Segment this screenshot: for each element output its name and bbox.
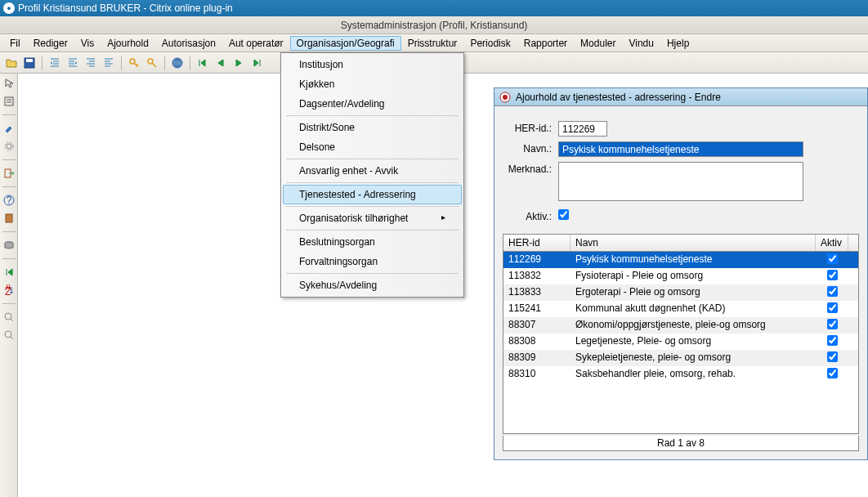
cell-navn: Sykepleietjeneste, pleie- og omsorg [570, 350, 816, 366]
cell-herid: 88307 [503, 317, 570, 334]
sub-titlebar: Ajourhold av tjenestested - adressering … [494, 88, 867, 106]
menu-periodisk[interactable]: Periodisk [463, 36, 517, 51]
db-icon[interactable] [2, 239, 16, 252]
indent-alt2-icon[interactable] [101, 55, 117, 71]
table-row[interactable]: 112269Psykisk kommunehelsetjeneste [503, 252, 858, 268]
last-icon[interactable] [248, 55, 265, 71]
indent-left-icon[interactable] [47, 55, 63, 71]
open-icon[interactable] [3, 55, 20, 71]
dropdown-distrikt-sone[interactable]: Distrikt/Sone [283, 118, 462, 137]
cell-aktiv [816, 301, 848, 317]
menu-rediger[interactable]: Rediger [27, 36, 74, 51]
aktiv-row-checkbox[interactable] [827, 335, 838, 346]
cell-aktiv [816, 334, 848, 350]
titlebar: ● Profil Kristiansund BRUKER - Citrix on… [0, 0, 868, 16]
grid-body: 112269Psykisk kommunehelsetjeneste113832… [503, 252, 858, 433]
merknad-textarea[interactable] [558, 162, 803, 201]
subtitle: Systemadministrasjon (Profil, Kristiansu… [0, 16, 868, 34]
cell-navn: Saksbehandler pleie, omsorg, rehab. [570, 366, 816, 383]
aktiv-row-checkbox[interactable] [827, 253, 838, 264]
dropdown-institusjon[interactable]: Institusjon [283, 55, 462, 74]
her-id-label: HER-id.: [503, 121, 558, 134]
dropdown-organisatorisk-tilhorighet[interactable]: Organisatorisk tilhørighet [283, 208, 462, 228]
toolbar-sep [121, 56, 122, 70]
menu-aut-operator[interactable]: Aut operatør [222, 36, 290, 51]
menu-fil[interactable]: Fil [3, 36, 27, 51]
sort-icon[interactable]: AZ [2, 284, 16, 297]
indent-alt1-icon[interactable] [83, 55, 99, 71]
side-sep [2, 186, 16, 187]
aktiv-row-checkbox[interactable] [827, 302, 838, 313]
gear-icon[interactable] [2, 140, 16, 153]
table-row[interactable]: 88308Legetjeneste, Pleie- og omsorg [503, 334, 858, 350]
table-row[interactable]: 88310Saksbehandler pleie, omsorg, rehab. [503, 366, 858, 383]
book-icon[interactable] [2, 212, 16, 225]
exit-icon[interactable] [2, 167, 16, 180]
table-row[interactable]: 88307Økonomi/oppgjørstjeneste, pleie-og … [503, 317, 858, 334]
aktiv-label: Aktiv.: [503, 209, 558, 222]
zoom-in-icon[interactable] [2, 311, 16, 324]
svg-line-20 [11, 337, 13, 339]
grid-header-aktiv[interactable]: Aktiv [816, 235, 848, 251]
menu-ajourhold[interactable]: Ajourhold [101, 36, 155, 51]
play-icon[interactable] [2, 266, 16, 279]
grid-header-navn[interactable]: Navn [570, 235, 816, 251]
menu-autorisasjon[interactable]: Autorisasjon [155, 36, 222, 51]
menu-rapporter[interactable]: Rapporter [517, 36, 574, 51]
aktiv-row-checkbox[interactable] [827, 319, 838, 329]
indent-right-icon[interactable] [65, 55, 81, 71]
svg-text:?: ? [6, 195, 11, 206]
her-id-input[interactable] [558, 121, 607, 137]
svg-point-8 [7, 144, 11, 149]
pointer-icon[interactable] [2, 77, 16, 90]
dropdown-sykehus-avdeling[interactable]: Sykehus/Avdeling [283, 275, 462, 295]
grid: HER-id Navn Aktiv 112269Psykisk kommuneh… [503, 234, 859, 434]
toolbar-sep [190, 56, 190, 70]
paint-icon[interactable] [2, 122, 16, 135]
save-icon[interactable] [21, 55, 38, 71]
dropdown-kjokken[interactable]: Kjøkken [283, 74, 462, 94]
dropdown-tjenestested-adressering[interactable]: Tjenestested - Adressering [283, 185, 462, 204]
svg-rect-1 [26, 59, 33, 62]
grid-header-herid[interactable]: HER-id [503, 235, 570, 251]
aktiv-row-checkbox[interactable] [827, 368, 838, 378]
menu-moduler[interactable]: Moduler [574, 36, 622, 51]
dropdown-sep [286, 182, 459, 183]
dropdown-dagsenter-avdeling[interactable]: Dagsenter/Avdeling [283, 94, 462, 114]
dropdown-beslutningsorgan[interactable]: Beslutningsorgan [283, 232, 462, 252]
globe-icon[interactable] [169, 55, 186, 71]
aktiv-row-checkbox[interactable] [827, 270, 838, 280]
dropdown-delsone[interactable]: Delsone [283, 137, 462, 157]
dropdown-ansvarlig-enhet-avvik[interactable]: Ansvarlig enhet - Avvik [283, 161, 462, 181]
help-icon[interactable]: ? [2, 194, 16, 207]
table-row[interactable]: 88309Sykepleietjeneste, pleie- og omsorg [503, 350, 858, 366]
sub-window: Ajourhold av tjenestested - adressering … [494, 87, 868, 460]
menu-prisstruktur[interactable]: Prisstruktur [401, 36, 464, 51]
next-icon[interactable] [230, 55, 247, 71]
aktiv-checkbox[interactable] [558, 209, 569, 220]
side-sep [2, 258, 16, 259]
grid-footer: Rad 1 av 8 [503, 436, 859, 451]
zoom-out-icon[interactable] [2, 329, 16, 342]
key-icon[interactable] [126, 55, 142, 71]
table-row[interactable]: 113833Ergoterapi - Pleie og omsorg [503, 284, 858, 301]
navn-input[interactable] [558, 141, 803, 157]
dropdown-sep [286, 230, 459, 231]
svg-rect-13 [6, 214, 12, 222]
menu-vindu[interactable]: Vindu [622, 36, 660, 51]
menu-vis[interactable]: Vis [74, 36, 101, 51]
table-row[interactable]: 115241Kommunal akutt døgnenhet (KAD) [503, 301, 858, 317]
prev-icon[interactable] [213, 55, 229, 71]
dropdown-forvaltningsorgan[interactable]: Forvaltningsorgan [283, 252, 462, 271]
side-sep [2, 231, 16, 232]
form-icon[interactable] [2, 95, 16, 108]
dropdown-sep [286, 159, 459, 159]
first-icon[interactable] [195, 55, 211, 71]
aktiv-row-checkbox[interactable] [827, 351, 838, 362]
menu-hjelp[interactable]: Hjelp [660, 36, 696, 51]
sub-window-title: Ajourhold av tjenestested - adressering … [516, 92, 721, 103]
table-row[interactable]: 113832Fysioterapi - Pleie og omsorg [503, 268, 858, 284]
key-alt-icon[interactable] [144, 55, 160, 71]
aktiv-row-checkbox[interactable] [827, 286, 838, 297]
menu-organisasjon-geografi[interactable]: Organisasjon/Geografi [290, 36, 401, 51]
